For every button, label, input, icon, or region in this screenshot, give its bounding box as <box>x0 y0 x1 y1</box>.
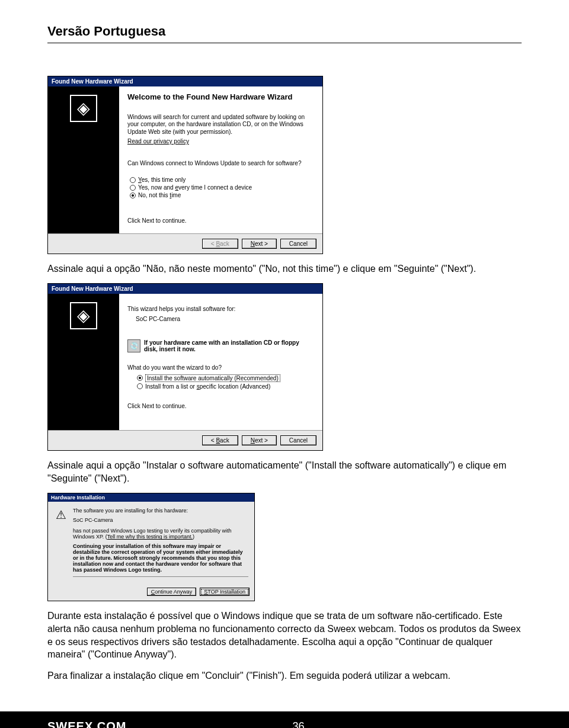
radio-label: Yes, this time only <box>138 177 186 183</box>
radio-icon <box>137 383 143 389</box>
warn-bold: Continuing your installation of this sof… <box>73 543 248 573</box>
wizard2-click-next: Click Next to continue. <box>127 403 314 410</box>
warning-dialog: Hardware Installation ⚠ The software you… <box>47 493 255 601</box>
wizard2-radio-list[interactable]: Install from a list or specific location… <box>137 383 314 390</box>
radio-label: No, not this time <box>138 192 181 198</box>
radio-icon <box>130 193 136 198</box>
header-rule <box>47 43 522 43</box>
wizard2-helps: This wizard helps you install software f… <box>127 306 314 313</box>
wizard1-question: Can Windows connect to Windows Update to… <box>127 160 314 168</box>
cd-prompt-text: If your hardware came with an installati… <box>144 339 314 352</box>
warning-icon: ⚠ <box>54 508 68 522</box>
wizard2-dialog: Found New Hardware Wizard ◈ This wizard … <box>47 283 323 451</box>
wizard1-sidebar: ◈ <box>48 86 119 233</box>
wizard1-radio-yes-always[interactable]: Yes, now and every time I connect a devi… <box>130 184 314 191</box>
wizard2-sidebar: ◈ <box>48 294 119 430</box>
wizard1-titlebar: Found New Hardware Wizard <box>48 76 322 86</box>
wizard2-titlebar: Found New Hardware Wizard <box>48 284 322 294</box>
tell-me-why-link[interactable]: Tell me why this testing is important. <box>107 534 193 540</box>
back-button: < Back <box>202 239 238 249</box>
radio-label: Install the software automatically (Reco… <box>145 374 280 382</box>
wizard2-question: What do you want the wizard to do? <box>127 364 314 372</box>
footer-page-number: 36 <box>292 720 304 728</box>
warn-compat: has not passed Windows Logo testing to v… <box>73 528 248 540</box>
wizard1-radio-yes-once[interactable]: Yes, this time only <box>130 177 314 183</box>
warn-line1: The software you are installing for this… <box>73 508 248 514</box>
page-footer: SWEEX.COM 36 <box>0 711 569 728</box>
warn-divider <box>73 576 248 577</box>
wizard1-dialog: Found New Hardware Wizard ◈ Welcome to t… <box>47 76 323 254</box>
privacy-link[interactable]: Read our privacy policy <box>127 138 314 146</box>
stop-installation-button[interactable]: STOP Installation <box>200 588 250 596</box>
radio-icon <box>137 375 143 381</box>
instruction-3: Durante esta instalação é possível que o… <box>47 610 522 660</box>
cancel-button[interactable]: Cancel <box>280 239 317 249</box>
wizard1-click-next: Click Next to continue. <box>127 217 314 225</box>
radio-label: Yes, now and every time I connect a devi… <box>138 184 252 191</box>
instruction-1: Assinale aqui a opção "Não, não neste mo… <box>47 262 522 275</box>
cancel-button[interactable]: Cancel <box>280 435 317 445</box>
radio-icon <box>130 185 136 191</box>
continue-anyway-button[interactable]: Continue Anyway <box>147 588 197 596</box>
next-button[interactable]: Next > <box>242 435 277 445</box>
page-header-title: Versão Portuguesa <box>47 24 522 39</box>
next-button[interactable]: Next > <box>242 239 277 249</box>
cd-prompt: 💿 If your hardware came with an installa… <box>127 339 314 352</box>
device-icon: ◈ <box>70 302 97 329</box>
warn-device: SoC PC-Camera <box>73 517 248 523</box>
warning-titlebar: Hardware Installation <box>48 493 254 502</box>
cd-icon: 💿 <box>127 339 140 352</box>
radio-label: Install from a list or specific location… <box>145 383 270 390</box>
wizard1-radio-no[interactable]: No, not this time <box>130 192 314 198</box>
wizard1-heading: Welcome to the Found New Hardware Wizard <box>127 92 314 102</box>
radio-icon <box>130 177 136 183</box>
instruction-2: Assinale aqui a opção "Instalar o softwa… <box>47 459 522 485</box>
device-icon: ◈ <box>70 95 97 122</box>
instruction-4: Para finalizar a instalação clique em "C… <box>47 669 522 682</box>
wizard2-radio-auto[interactable]: Install the software automatically (Reco… <box>137 374 314 382</box>
wizard2-device: SoC PC-Camera <box>136 316 314 323</box>
footer-brand: SWEEX.COM <box>47 720 126 728</box>
back-button[interactable]: < Back <box>202 435 238 445</box>
wizard1-intro: Windows will search for current and upda… <box>127 114 314 136</box>
